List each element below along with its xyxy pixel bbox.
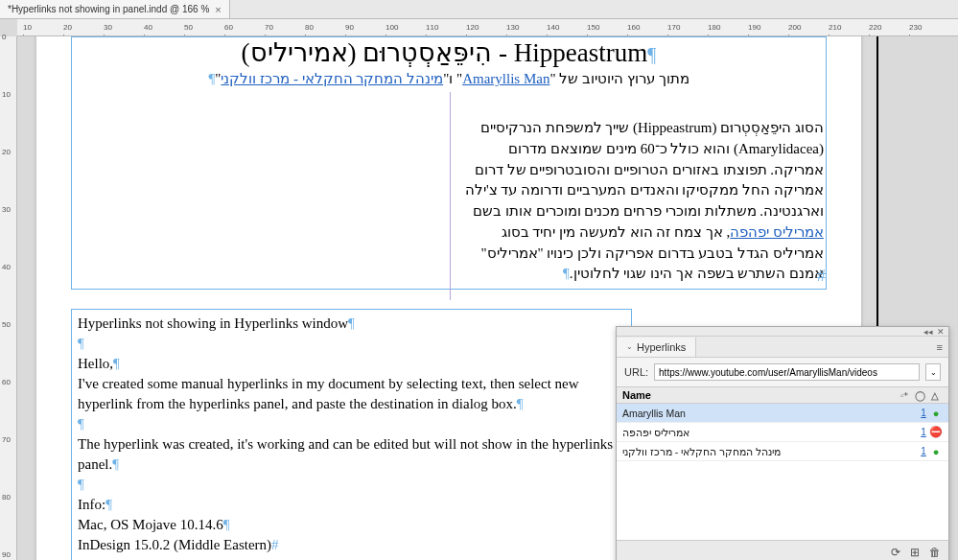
body-text: Hello,¶ — [78, 354, 625, 374]
ruler-tick: 80 — [305, 23, 314, 32]
tab-hyperlinks[interactable]: ⌄ Hyperlinks — [617, 338, 696, 357]
body-text: InDesign 15.0.2 (Middle Eastern)# — [78, 535, 625, 555]
pilcrow-icon: ¶ — [78, 477, 84, 492]
document-canvas[interactable]: ¶Hippeastrum - הִיפֵּאַסְטְרוּם (אמירילי… — [17, 36, 958, 560]
hyperlink-volcani[interactable]: מינהל המחקר החקלאי - מרכז וולקני — [221, 71, 443, 86]
ruler-tick: 40 — [2, 263, 11, 271]
ruler-tick: 10 — [2, 90, 11, 99]
ruler-tick: 80 — [2, 493, 11, 502]
add-page-icon[interactable]: ▫⁺ — [897, 390, 912, 401]
status-column-icon: ◯ — [912, 390, 927, 401]
pilcrow-icon: ¶ — [563, 266, 570, 281]
column-name: Name — [622, 389, 651, 401]
ruler-tick: 50 — [2, 320, 11, 329]
ruler-tick: 160 — [627, 23, 640, 32]
hyperlinks-panel[interactable]: ◂◂ ✕ ⌄ Hyperlinks ≡ URL: ⌄ Name ▫⁺ ◯ △ — [616, 326, 949, 560]
hyperlink-amaryllis-man[interactable]: Amaryllis Man — [462, 71, 549, 86]
ruler-tick: 110 — [426, 23, 438, 32]
close-icon[interactable]: × — [215, 4, 221, 15]
panel-title: Hyperlinks — [637, 341, 686, 353]
hyperlink-list: Amaryllis Man1●אמריליס יפהפה1⛔מינהל המחק… — [617, 404, 948, 540]
hyperlink-count[interactable]: 1 — [918, 427, 929, 437]
ruler-tick: 20 — [2, 148, 11, 156]
body-text: Mac, OS Mojave 10.14.6¶ — [78, 515, 625, 535]
ruler-tick: 10 — [23, 23, 32, 32]
list-header: Name ▫⁺ ◯ △ — [617, 386, 948, 404]
pilcrow-icon: ¶ — [78, 336, 84, 351]
panel-footer: ⟳ ⊞ 🗑 — [617, 540, 948, 560]
column-divider — [450, 92, 451, 300]
ruler-tick: 140 — [547, 23, 559, 32]
ruler-tick: 90 — [345, 23, 354, 32]
url-input[interactable] — [654, 363, 920, 381]
status-ok-icon: ● — [929, 446, 943, 457]
ruler-tick: 220 — [869, 23, 881, 32]
ruler-tick: 40 — [144, 23, 152, 32]
ruler-tick: 190 — [748, 23, 760, 32]
ruler-tick: 90 — [2, 550, 11, 559]
ruler-tick: 210 — [829, 23, 841, 32]
hyperlink-count[interactable]: 1 — [918, 446, 929, 456]
panel-grip[interactable]: ◂◂ ✕ — [617, 327, 948, 337]
hyperlink-name: Amaryllis Man — [622, 408, 918, 419]
refresh-icon[interactable]: ⟳ — [891, 546, 900, 559]
page-title: ¶Hippeastrum - הִיפֵּאַסְטְרוּם (אמירילי… — [72, 37, 826, 68]
ruler-tick: 60 — [2, 378, 11, 386]
text-frame-top[interactable]: ¶Hippeastrum - הִיפֵּאַסְטְרוּם (אמירילי… — [71, 36, 827, 290]
document-tab[interactable]: *Hyperlinks not showing in panel.indd @ … — [0, 0, 230, 18]
tab-title: *Hyperlinks not showing in panel.indd @ … — [8, 4, 209, 14]
end-of-story-icon: # — [817, 268, 826, 285]
pilcrow-icon: ¶ — [78, 416, 84, 432]
ruler-tick: 120 — [466, 23, 479, 32]
ruler-tick: 30 — [104, 23, 112, 32]
hyperlink-name: אמריליס יפהפה — [622, 427, 918, 438]
hyperlink-amaryllis-yafefe[interactable]: אמריליס יפהפה — [730, 224, 824, 240]
ruler-tick: 180 — [708, 23, 720, 32]
text-frame-bottom[interactable]: Hyperlinks not showing in Hyperlinks win… — [71, 309, 632, 560]
ruler-tick: 50 — [184, 23, 193, 32]
ruler-tick: 230 — [909, 23, 922, 32]
heading-text: Hyperlinks not showing in Hyperlinks win… — [78, 314, 625, 334]
url-row: URL: ⌄ — [617, 358, 948, 386]
url-dropdown-icon[interactable]: ⌄ — [925, 363, 941, 381]
body-text: I've created some manual hyperlinks in m… — [78, 374, 625, 414]
panel-menu-icon[interactable]: ≡ — [937, 341, 943, 353]
new-hyperlink-icon[interactable]: ⊞ — [910, 546, 920, 559]
ruler-tick: 200 — [788, 23, 801, 32]
document-tab-bar: *Hyperlinks not showing in panel.indd @ … — [0, 0, 958, 19]
hyperlink-row[interactable]: מינהל המחקר החקלאי - מרכז וולקני1● — [617, 442, 948, 461]
delete-icon[interactable]: 🗑 — [929, 546, 941, 559]
ruler-tick: 60 — [224, 23, 233, 32]
horizontal-ruler[interactable]: 1020304050607080901001101201301401501601… — [17, 19, 958, 36]
chevron-down-icon: ⌄ — [626, 342, 633, 351]
hyperlink-name: מינהל המחקר החקלאי - מרכז וולקני — [622, 446, 918, 457]
body-text-hebrew: הסוג היפֵאַסְטְרוּם (Hippeastrum) שייך ל… — [452, 118, 826, 285]
ruler-tick: 70 — [2, 435, 11, 444]
body-text: The hyperlink was created, it's working … — [78, 434, 625, 475]
hyperlink-row[interactable]: Amaryllis Man1● — [617, 404, 948, 423]
status-ok-icon: ● — [929, 408, 943, 419]
page-subtitle: מתוך ערוץ היוטיוב של "Amaryllis Man" ו"מ… — [72, 70, 826, 87]
ruler-tick: 130 — [506, 23, 519, 32]
warning-column-icon: △ — [927, 390, 943, 401]
ruler-tick: 30 — [2, 205, 11, 214]
ruler-tick: 100 — [386, 23, 398, 32]
vertical-ruler[interactable]: 0102030405060708090 — [0, 36, 17, 560]
ruler-tick: 150 — [587, 23, 599, 32]
ruler-tick: 20 — [63, 23, 72, 32]
url-label: URL: — [624, 366, 648, 378]
pilcrow-icon: ¶ — [647, 44, 656, 65]
panel-tab-bar: ⌄ Hyperlinks ≡ — [617, 337, 948, 358]
status-error-icon: ⛔ — [929, 426, 943, 438]
hyperlink-count[interactable]: 1 — [918, 408, 929, 418]
ruler-tick: 70 — [265, 23, 273, 32]
ruler-tick: 0 — [2, 33, 6, 41]
close-icon[interactable]: ✕ — [937, 327, 945, 337]
hyperlink-row[interactable]: אמריליס יפהפה1⛔ — [617, 423, 948, 442]
body-text: Info:¶ — [78, 495, 625, 515]
collapse-icon[interactable]: ◂◂ — [923, 327, 933, 337]
ruler-tick: 170 — [667, 23, 680, 32]
